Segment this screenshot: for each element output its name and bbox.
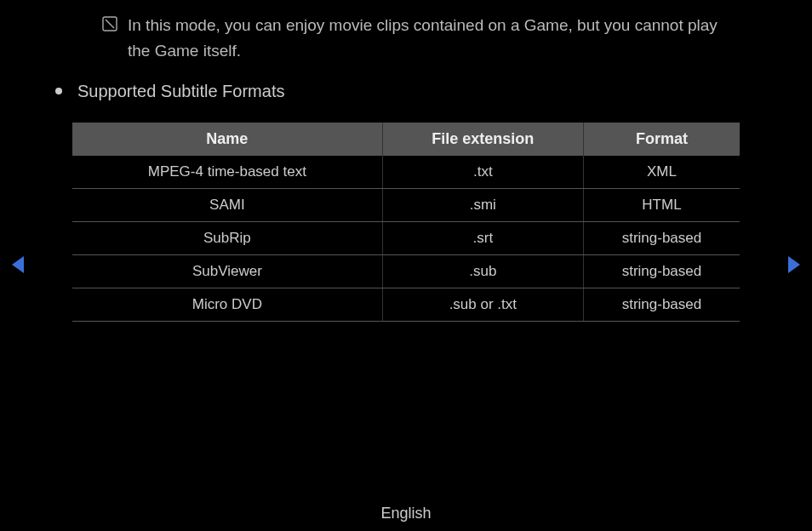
col-header-extension: File extension <box>382 123 583 156</box>
svg-marker-3 <box>788 256 800 273</box>
cell-format: string-based <box>583 254 740 288</box>
cell-name: SubViewer <box>72 254 382 288</box>
table-row: SubViewer .sub string-based <box>72 254 740 288</box>
cell-name: Micro DVD <box>72 288 382 321</box>
cell-format: string-based <box>583 288 740 321</box>
triangle-left-icon <box>10 254 27 276</box>
col-header-name: Name <box>72 123 382 156</box>
cell-format: XML <box>583 156 740 189</box>
svg-marker-2 <box>12 256 24 273</box>
subtitle-formats-table: Name File extension Format MPEG-4 time-b… <box>72 123 740 322</box>
cell-format: string-based <box>583 221 740 254</box>
bullet-icon <box>55 88 62 94</box>
cell-name: SAMI <box>72 188 382 221</box>
note-row: In this mode, you can enjoy movie clips … <box>102 13 740 65</box>
table-row: Micro DVD .sub or .txt string-based <box>72 288 740 321</box>
nav-next-button[interactable] <box>785 254 802 280</box>
section-header: Supported Subtitle Formats <box>55 82 740 101</box>
cell-name: MPEG-4 time-based text <box>72 156 382 189</box>
note-text: In this mode, you can enjoy movie clips … <box>128 13 740 65</box>
section-title: Supported Subtitle Formats <box>77 82 284 101</box>
triangle-right-icon <box>785 254 802 276</box>
col-header-format: Format <box>583 123 740 156</box>
cell-extension: .sub <box>382 254 583 288</box>
cell-extension: .srt <box>382 221 583 254</box>
note-icon <box>102 16 117 31</box>
footer-language: English <box>0 505 812 522</box>
cell-extension: .txt <box>382 156 583 189</box>
cell-format: HTML <box>583 188 740 221</box>
svg-line-1 <box>106 20 114 28</box>
table-row: MPEG-4 time-based text .txt XML <box>72 156 740 189</box>
cell-extension: .smi <box>382 188 583 221</box>
cell-extension: .sub or .txt <box>382 288 583 321</box>
table-row: SubRip .srt string-based <box>72 221 740 254</box>
table-row: SAMI .smi HTML <box>72 188 740 221</box>
cell-name: SubRip <box>72 221 382 254</box>
nav-prev-button[interactable] <box>10 254 27 280</box>
